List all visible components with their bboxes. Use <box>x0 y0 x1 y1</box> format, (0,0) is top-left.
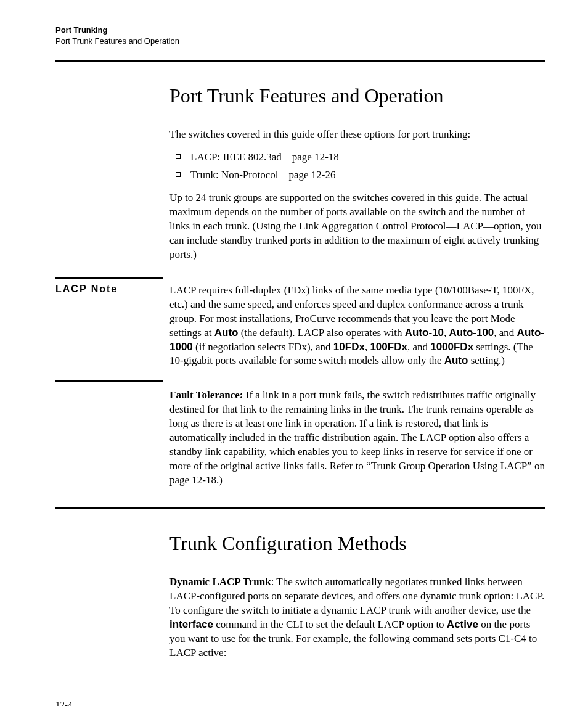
list-item: LACP: IEEE 802.3ad—page 12-18 <box>169 150 545 165</box>
active-label: Active <box>447 618 478 630</box>
auto-label: Auto <box>214 327 239 339</box>
page-number: 12-4 <box>55 700 545 706</box>
lacp-note-paragraph: LACP requires full-duplex (FDx) links of… <box>169 284 545 369</box>
dynamic-lacp-paragraph: Dynamic LACP Trunk: The switch automatic… <box>169 575 545 660</box>
running-header: Port Trunking Port Trunk Features and Op… <box>55 25 545 46</box>
auto-10-label: Auto-10 <box>405 327 444 339</box>
tenfdx-label: 10FDx <box>333 341 365 353</box>
options-list: LACP: IEEE 802.3ad—page 12-18 Trunk: Non… <box>169 150 545 183</box>
heading-trunk-config-methods: Trunk Configuration Methods <box>169 530 545 557</box>
fault-tolerance-label: Fault Tolerance: <box>169 389 246 401</box>
heading-port-trunk-features: Port Trunk Features and Operation <box>169 83 545 109</box>
auto-label-2: Auto <box>444 355 468 366</box>
list-item: Trunk: Non-Protocol—page 12-26 <box>169 168 545 183</box>
auto-100-label: Auto-100 <box>449 327 494 339</box>
chapter-title: Port Trunking <box>55 25 545 36</box>
intro-paragraph: The switches covered in this guide offer… <box>169 128 545 142</box>
lacp-note-label: LACP Note <box>55 279 163 377</box>
thousandfdx-label: 1000FDx <box>430 341 473 353</box>
interface-command-label: interface <box>169 618 213 630</box>
fault-tolerance-paragraph: Fault Tolerance: If a link in a port tru… <box>169 388 545 488</box>
hundredfdx-label: 100FDx <box>370 341 407 353</box>
trunk-groups-paragraph: Up to 24 trunk groups are supported on t… <box>169 191 545 262</box>
dynamic-lacp-label: Dynamic LACP Trunk <box>169 576 271 588</box>
section-subtitle: Port Trunk Features and Operation <box>55 36 545 47</box>
